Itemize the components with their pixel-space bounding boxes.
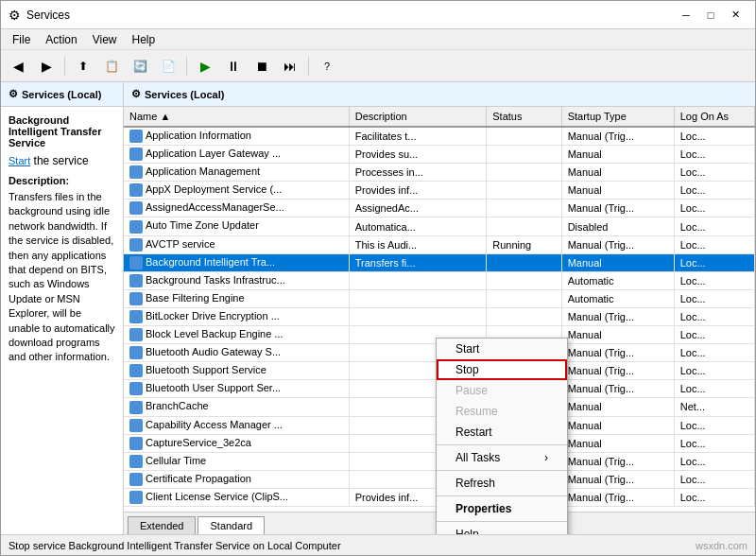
- context-menu-item-all-tasks[interactable]: All Tasks›: [437, 447, 567, 468]
- forward-button[interactable]: ▶: [33, 54, 60, 78]
- table-row[interactable]: AppX Deployment Service (...Provides inf…: [124, 182, 755, 200]
- content-title: Services (Local): [145, 89, 224, 100]
- show-hide-button[interactable]: 📋: [98, 54, 125, 78]
- status-bar: Stop service Background Intelligent Tran…: [1, 534, 755, 555]
- help-button[interactable]: ?: [314, 54, 340, 78]
- col-header-status[interactable]: Status: [487, 107, 561, 127]
- context-menu-item-restart[interactable]: Restart: [437, 422, 567, 443]
- menu-bar: File Action View Help: [1, 29, 755, 50]
- context-menu-item-refresh[interactable]: Refresh: [437, 473, 567, 494]
- service-logon-cell: Loc...: [674, 235, 754, 253]
- play-button[interactable]: ▶: [192, 54, 218, 78]
- toolbar-separator-3: [308, 57, 309, 76]
- service-name-cell: Auto Time Zone Updater: [124, 217, 349, 235]
- link-suffix: the service: [30, 154, 88, 167]
- tab-standard[interactable]: Standard: [198, 516, 265, 534]
- table-row[interactable]: Auto Time Zone UpdaterAutomatica...Disab…: [124, 217, 755, 235]
- minimize-button[interactable]: ─: [674, 6, 698, 25]
- start-link[interactable]: Start: [9, 155, 30, 166]
- service-status-cell: [487, 182, 561, 200]
- service-status-cell: [487, 146, 561, 164]
- refresh-button[interactable]: 🔄: [127, 54, 153, 78]
- service-desc-cell: This is Audi...: [349, 235, 487, 253]
- service-desc-cell: Provides inf...: [349, 182, 487, 200]
- table-row[interactable]: BitLocker Drive Encryption ...Manual (Tr…: [124, 307, 755, 325]
- table-header-row: Name ▲ Description Status Startup Type L…: [124, 107, 755, 127]
- col-header-logon[interactable]: Log On As: [674, 107, 754, 127]
- table-row[interactable]: Application ManagementProcesses in...Man…: [124, 164, 755, 182]
- service-logon-cell: Loc...: [674, 253, 754, 271]
- service-startup-cell: Manual (Trig...: [561, 488, 674, 506]
- service-name-cell: Background Tasks Infrastruc...: [124, 271, 349, 289]
- menu-action[interactable]: Action: [38, 31, 84, 48]
- table-row[interactable]: Application InformationFacilitates t...M…: [124, 127, 755, 146]
- maximize-button[interactable]: □: [698, 6, 723, 25]
- toolbar-separator-2: [186, 57, 187, 76]
- service-name-cell: Bluetooth User Support Ser...: [124, 380, 349, 398]
- service-name-cell: Application Management: [124, 164, 349, 182]
- service-status-cell: [487, 127, 561, 146]
- context-menu-item-stop[interactable]: Stop: [437, 359, 567, 380]
- table-row[interactable]: AVCTP serviceThis is Audi...RunningManua…: [124, 235, 755, 253]
- main-window: ⚙ Services ─ □ ✕ File Action View Help ◀…: [0, 0, 756, 556]
- service-startup-cell: Manual: [561, 398, 674, 416]
- service-status-cell: [487, 289, 561, 307]
- context-menu-item-start[interactable]: Start: [437, 339, 567, 359]
- toolbar: ◀ ▶ ⬆ 📋 🔄 📄 ▶ ⏸ ⏹ ⏭ ?: [1, 50, 755, 82]
- context-menu-separator: [437, 444, 567, 445]
- context-menu-item-help[interactable]: Help: [437, 524, 567, 534]
- service-desc-cell: AssignedAc...: [349, 200, 487, 217]
- description-text: Transfers files in the background using …: [9, 190, 115, 365]
- service-startup-cell: Manual: [561, 146, 674, 164]
- service-status-cell: [487, 200, 561, 217]
- service-startup-cell: Manual: [561, 253, 674, 271]
- service-status-cell: [487, 253, 561, 271]
- up-button[interactable]: ⬆: [70, 54, 96, 78]
- status-text: Stop service Background Intelligent Tran…: [9, 540, 341, 551]
- service-logon-cell: Loc...: [674, 380, 754, 398]
- sidebar-icon: ⚙: [9, 88, 18, 100]
- menu-help[interactable]: Help: [125, 31, 163, 48]
- service-status-cell: [487, 271, 561, 289]
- service-name-cell: Background Intelligent Tra...: [124, 253, 349, 271]
- service-desc-cell: Processes in...: [349, 164, 487, 182]
- menu-view[interactable]: View: [85, 31, 125, 48]
- service-logon-cell: Loc...: [674, 488, 754, 506]
- menu-file[interactable]: File: [5, 31, 38, 48]
- close-button[interactable]: ✕: [723, 6, 747, 25]
- table-row[interactable]: AssignedAccessManagerSe...AssignedAc...M…: [124, 200, 755, 217]
- service-logon-cell: Loc...: [674, 271, 754, 289]
- tab-extended[interactable]: Extended: [128, 516, 196, 534]
- service-startup-cell: Manual: [561, 416, 674, 434]
- table-row[interactable]: Base Filtering EngineAutomaticLoc...: [124, 289, 755, 307]
- service-desc-cell: [349, 307, 487, 325]
- export-button[interactable]: 📄: [155, 54, 181, 78]
- submenu-arrow-icon: ›: [544, 451, 548, 464]
- service-logon-cell: Loc...: [674, 416, 754, 434]
- service-name-cell: Bluetooth Audio Gateway S...: [124, 344, 349, 362]
- back-button[interactable]: ◀: [5, 54, 31, 78]
- service-logon-cell: Loc...: [674, 146, 754, 164]
- sidebar-header: ⚙ Services (Local): [1, 82, 123, 107]
- table-row[interactable]: Background Tasks Infrastruc...AutomaticL…: [124, 271, 755, 289]
- col-header-startup[interactable]: Startup Type: [561, 107, 674, 127]
- service-startup-cell: Manual: [561, 326, 674, 344]
- table-row[interactable]: Application Layer Gateway ...Provides su…: [124, 146, 755, 164]
- stop-button[interactable]: ⏹: [249, 54, 275, 78]
- pause-button[interactable]: ⏸: [220, 54, 247, 78]
- service-name-cell: CaptureService_3e2ca: [124, 434, 349, 452]
- context-menu-item-properties[interactable]: Properties: [437, 498, 567, 519]
- service-action: Start the service: [9, 154, 115, 167]
- col-header-desc[interactable]: Description: [349, 107, 487, 127]
- context-menu-separator: [437, 495, 567, 496]
- service-logon-cell: Loc...: [674, 289, 754, 307]
- selected-service-name: Background Intelligent Transfer Service: [9, 114, 115, 148]
- main-area: ⚙ Services (Local) Background Intelligen…: [1, 82, 755, 534]
- service-startup-cell: Manual (Trig...: [561, 470, 674, 488]
- restart-button[interactable]: ⏭: [277, 54, 303, 78]
- service-desc-cell: Facilitates t...: [349, 127, 487, 146]
- service-name-cell: Application Layer Gateway ...: [124, 146, 349, 164]
- table-row[interactable]: Background Intelligent Tra...Transfers f…: [124, 253, 755, 271]
- context-menu-separator: [437, 521, 567, 522]
- col-header-name[interactable]: Name ▲: [124, 107, 349, 127]
